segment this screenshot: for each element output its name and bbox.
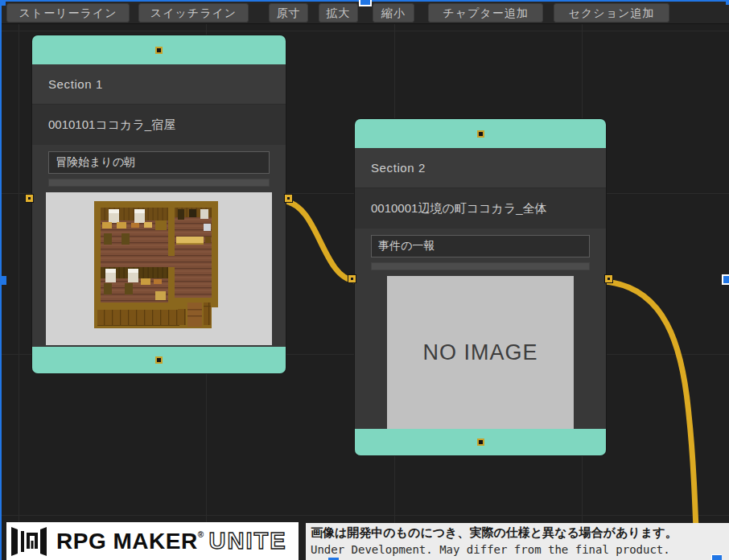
edge-section2-to-offscreen[interactable] <box>605 282 698 560</box>
section-node-2[interactable]: Section 2 0010001辺境の町ココカラ_全体 事件の一報 NO IM… <box>355 119 606 455</box>
grid-line <box>19 24 19 560</box>
selection-handle-top-center[interactable] <box>359 0 372 6</box>
grid-line <box>0 31 729 31</box>
logo-brand-text: RPG MAKER® <box>56 529 204 554</box>
map-thumbnail: NO IMAGE <box>387 276 574 429</box>
selection-handle-top-right[interactable] <box>726 0 729 5</box>
zoom-in-button[interactable]: 拡大 <box>319 3 358 23</box>
add-chapter-button[interactable]: チャプター追加 <box>428 3 543 23</box>
add-section-button[interactable]: セクション追加 <box>554 3 669 23</box>
rpg-maker-mark-icon <box>11 526 47 557</box>
map-thumbnail <box>46 192 272 345</box>
section-label-input[interactable]: 事件の一報 <box>371 235 590 257</box>
selection-handle-top-left[interactable] <box>0 0 6 6</box>
actual-size-button[interactable]: 原寸 <box>269 3 308 23</box>
input-port[interactable] <box>348 275 356 282</box>
output-port[interactable] <box>605 275 612 282</box>
section-progress-bar <box>371 262 590 270</box>
section-label-input[interactable]: 冒険始まりの朝 <box>48 151 270 174</box>
map-id-label: 0010001辺境の町ココカラ_全体 <box>355 188 606 229</box>
no-image-placeholder: NO IMAGE <box>422 340 537 365</box>
input-port[interactable] <box>26 195 33 202</box>
section-node-1[interactable]: Section 1 0010101ココカラ_宿屋 冒険始まりの朝 <box>32 35 286 373</box>
bottom-connector-icon[interactable] <box>477 439 484 446</box>
development-disclaimer: 画像は開発中のものにつき、実際の仕様と異なる場合があります。 Under Dev… <box>306 523 729 560</box>
node-bottom-bar[interactable] <box>32 347 286 373</box>
edge-section1-to-section2[interactable] <box>284 201 355 281</box>
node-top-bar[interactable] <box>32 35 286 64</box>
disclaimer-english: Under Development. May differ from the f… <box>311 541 729 558</box>
map-id-label: 0010101ココカラ_宿屋 <box>32 105 286 145</box>
top-connector-icon[interactable] <box>155 47 163 54</box>
logo-product-text: UNITE <box>209 528 287 554</box>
zoom-out-button[interactable]: 縮小 <box>373 3 414 23</box>
registered-mark: ® <box>198 530 204 539</box>
section-title: Section 2 <box>355 148 606 188</box>
selection-handle-bottom-right[interactable] <box>711 554 722 560</box>
section-progress-bar <box>48 179 270 187</box>
disclaimer-japanese: 画像は開発中のものにつき、実際の仕様と異なる場合があります。 <box>311 524 729 541</box>
selection-handle-left-middle[interactable] <box>0 276 6 285</box>
top-connector-icon[interactable] <box>477 130 484 138</box>
switchline-button[interactable]: スイッチライン <box>138 3 249 23</box>
storyline-button[interactable]: ストーリーライン <box>6 3 130 23</box>
inn-map-image <box>93 201 220 336</box>
output-port[interactable] <box>285 195 292 202</box>
grid-line <box>0 515 729 516</box>
selection-handle-right-middle[interactable] <box>722 274 729 285</box>
node-top-bar[interactable] <box>355 119 606 148</box>
rpg-maker-unite-logo: RPG MAKER® UNITE <box>6 522 299 560</box>
node-bottom-bar[interactable] <box>355 429 606 455</box>
bottom-connector-icon[interactable] <box>155 356 163 364</box>
section-title: Section 1 <box>32 64 286 105</box>
